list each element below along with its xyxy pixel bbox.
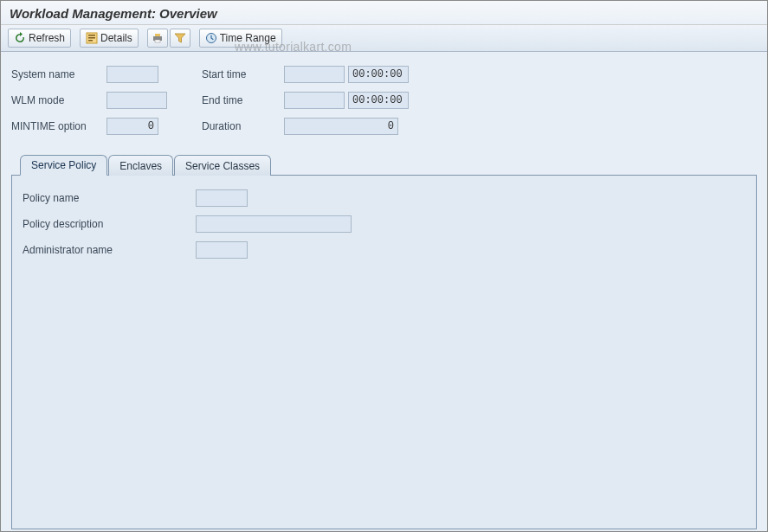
policy-name-field <box>196 189 248 207</box>
system-name-label: System name <box>11 68 106 80</box>
tab-container: Service Policy Enclaves Service Classes … <box>11 154 757 529</box>
svg-rect-1 <box>88 35 95 36</box>
policy-desc-label: Policy description <box>23 218 196 230</box>
policy-desc-field <box>196 215 352 233</box>
wlm-mode-field <box>106 92 167 109</box>
title-bar: Workload Management: Overview <box>1 1 767 25</box>
time-range-button[interactable]: Time Range <box>199 29 282 48</box>
mintime-label: MINTIME option <box>11 120 106 132</box>
tab-service-policy-label: Service Policy <box>31 159 96 171</box>
svg-rect-2 <box>88 37 95 39</box>
refresh-label: Refresh <box>29 32 65 44</box>
admin-name-label: Administrator name <box>23 244 196 256</box>
duration-field: 0 <box>284 118 398 135</box>
refresh-button[interactable]: Refresh <box>8 29 71 48</box>
tab-enclaves[interactable]: Enclaves <box>108 155 173 176</box>
admin-name-field <box>196 241 248 259</box>
print-button[interactable] <box>147 29 168 48</box>
svg-rect-6 <box>155 40 160 42</box>
end-time-label: End time <box>202 94 284 106</box>
page-title: Workload Management: Overview <box>10 6 758 21</box>
svg-rect-3 <box>88 40 93 42</box>
tab-panel-service-policy: Policy name Policy description Administr… <box>11 175 757 529</box>
details-icon <box>86 32 98 44</box>
toolbar: Refresh Details Time Range <box>1 25 767 52</box>
start-time-date-field <box>284 66 345 83</box>
filter-button[interactable] <box>170 29 190 48</box>
details-label: Details <box>100 32 132 44</box>
details-button[interactable]: Details <box>80 29 139 48</box>
policy-name-label: Policy name <box>23 192 196 204</box>
time-range-label: Time Range <box>220 32 276 44</box>
mintime-field: 0 <box>106 118 158 135</box>
header-form: System name WLM mode MINTIME option 0 St… <box>11 64 757 137</box>
print-icon <box>152 32 164 44</box>
content-area: System name WLM mode MINTIME option 0 St… <box>1 52 767 532</box>
duration-label: Duration <box>202 120 284 132</box>
form-col-left: System name WLM mode MINTIME option 0 <box>11 64 167 137</box>
filter-icon <box>174 32 186 44</box>
tab-strip: Service Policy Enclaves Service Classes <box>11 154 757 175</box>
svg-rect-5 <box>155 34 160 36</box>
start-time-time-field: 00:00:00 <box>348 66 409 83</box>
wlm-mode-label: WLM mode <box>11 94 106 106</box>
start-time-label: Start time <box>202 68 284 80</box>
tab-service-classes[interactable]: Service Classes <box>174 155 271 176</box>
tab-service-classes-label: Service Classes <box>185 160 260 172</box>
end-time-date-field <box>284 92 345 109</box>
refresh-icon <box>14 32 26 44</box>
clock-icon <box>205 32 217 44</box>
tab-service-policy[interactable]: Service Policy <box>20 155 107 176</box>
form-col-right: Start time 00:00:00 End time 00:00:00 Du… <box>202 64 409 137</box>
system-name-field <box>106 66 158 83</box>
end-time-time-field: 00:00:00 <box>348 92 409 109</box>
tab-enclaves-label: Enclaves <box>119 160 162 172</box>
